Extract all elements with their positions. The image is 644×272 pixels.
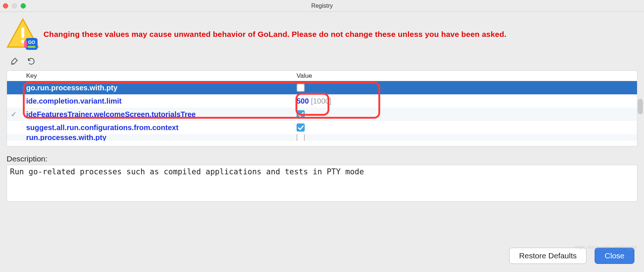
window-title: Registry — [0, 3, 644, 9]
svg-point-2 — [21, 40, 25, 43]
row-value[interactable] — [290, 110, 637, 118]
table-row[interactable]: ide.completion.variant.limit 500 [1000] — [7, 94, 637, 108]
svg-text:GO: GO — [28, 40, 35, 45]
description-label: Description: — [7, 154, 637, 163]
checkbox-unchecked-icon[interactable] — [297, 134, 305, 141]
checkbox-unchecked-icon[interactable] — [297, 84, 305, 92]
warning-banner: GO Changing these values may cause unwan… — [0, 12, 644, 55]
table-header: Key Value — [7, 71, 637, 81]
scrollbar-thumb[interactable] — [638, 99, 643, 114]
row-value[interactable]: 500 [1000] — [290, 97, 637, 105]
edit-button[interactable] — [10, 56, 19, 66]
warning-icon: GO — [4, 17, 41, 52]
table-row[interactable]: run.processes.with.pty — [7, 134, 637, 141]
row-value[interactable] — [290, 84, 637, 92]
row-key: ide.completion.variant.limit — [20, 97, 290, 105]
registry-table[interactable]: Key Value go.run.processes.with.pty ide.… — [7, 70, 637, 146]
row-key: go.run.processes.with.pty — [20, 84, 290, 92]
toolbar — [0, 55, 644, 70]
table-row[interactable]: go.run.processes.with.pty — [7, 81, 637, 94]
checkbox-checked-icon[interactable] — [297, 123, 305, 132]
svg-rect-5 — [28, 46, 35, 48]
table-row[interactable]: ✓ ideFeaturesTrainer.welcomeScreen.tutor… — [7, 108, 637, 121]
row-key: suggest.all.run.configurations.from.cont… — [20, 123, 290, 132]
dialog-buttons: Restore Defaults Close — [509, 248, 634, 264]
restore-defaults-button[interactable]: Restore Defaults — [509, 248, 587, 264]
titlebar: Registry — [0, 0, 644, 12]
checkbox-checked-icon[interactable] — [297, 110, 305, 118]
svg-rect-1 — [21, 28, 24, 38]
row-value[interactable] — [290, 134, 637, 141]
row-key: ideFeaturesTrainer.welcomeScreen.tutoria… — [20, 110, 290, 119]
row-key: run.processes.with.pty — [20, 134, 290, 141]
table-row[interactable]: suggest.all.run.configurations.from.cont… — [7, 121, 637, 134]
svg-rect-6 — [24, 41, 27, 48]
close-button[interactable]: Close — [595, 248, 634, 264]
column-key: Key — [7, 72, 290, 80]
watermark: https://blog.csdn.net/Maggie — [574, 244, 637, 250]
row-value[interactable] — [290, 123, 637, 132]
row-marker: ✓ — [7, 110, 20, 119]
revert-button[interactable] — [27, 56, 36, 66]
warning-text: Changing these values may cause unwanted… — [41, 29, 507, 39]
description-box: Run go-related processes such as compile… — [7, 165, 637, 202]
column-value: Value — [290, 72, 637, 80]
